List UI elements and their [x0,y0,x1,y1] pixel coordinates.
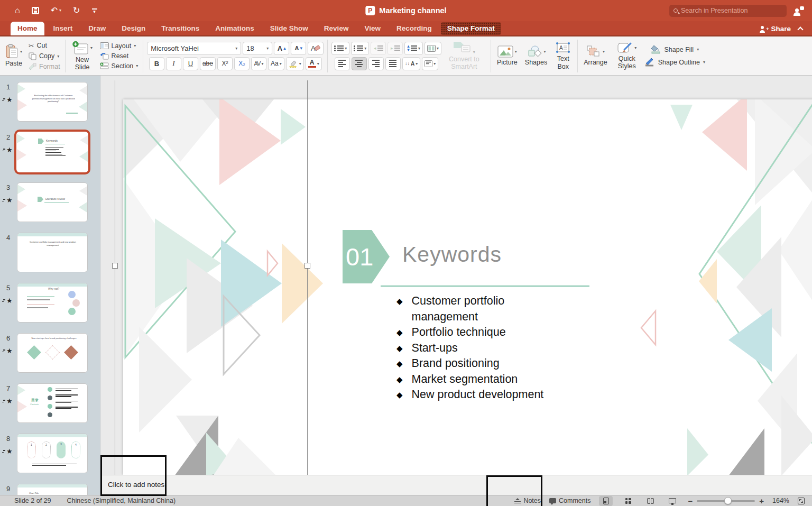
picture-button[interactable]: ▾ Picture [495,44,520,67]
tab-transitions[interactable]: Transitions [154,22,206,35]
slide-canvas[interactable]: 01 Keywords ◆Customer portfolio manageme… [123,99,812,475]
font-color-button[interactable]: A▾ [306,57,322,70]
slide-thumbnail[interactable]: 1 2 3 4 [17,434,88,473]
tab-design[interactable]: Design [115,22,152,35]
align-center-button[interactable] [352,57,367,70]
slide-thumbnail[interactable]: Why not? [17,283,88,323]
slide-thumbnail[interactable]: Customer portfolio management and new pr… [17,233,88,272]
align-right-button[interactable] [368,57,384,70]
paste-button[interactable]: ▾ Paste [3,43,24,68]
align-left-button[interactable] [335,57,350,70]
numbering-button[interactable]: ▾ [351,42,369,55]
zoom-slider[interactable] [697,500,755,502]
text-box-button[interactable]: A Text Box [552,40,574,71]
slide-thumbnail[interactable]: Chart Title [17,484,88,495]
bold-button[interactable]: B [149,57,164,70]
clear-formatting-button[interactable]: A [308,42,324,55]
bullet-item[interactable]: ◆Customer portfolio management [396,293,571,325]
shape-outline-button[interactable]: Shape Outline▾ [644,58,705,67]
selection-handle-left[interactable] [112,263,118,269]
change-case-button[interactable]: Aa▾ [268,57,284,70]
normal-view-button[interactable] [599,496,613,506]
layout-button[interactable]: Layout▾ [99,42,140,50]
text-direction-button[interactable]: ↓↓A▾ [402,57,420,70]
comments-toggle-button[interactable]: Comments [549,497,590,504]
notes-toggle-button[interactable]: Notes [514,497,541,504]
reading-view-button[interactable] [643,496,657,506]
presenter-coach-icon[interactable] [794,6,804,15]
bullet-item[interactable]: ◆Brand positioning [396,356,571,372]
zoom-in-button[interactable]: + [759,497,764,505]
new-slide-button[interactable]: ▾ New Slide [69,40,96,72]
language-indicator[interactable]: Chinese (Simplified, Mainland China) [67,497,176,504]
slide-title[interactable]: Keywords [402,242,502,267]
redo-button[interactable]: ↻ [73,6,80,15]
bullet-item[interactable]: ◆Portfolio technique [396,325,571,341]
tab-draw[interactable]: Draw [81,22,113,35]
arrange-button[interactable]: ▾ Arrange [582,44,609,67]
text-highlight-button[interactable]: ▾ [286,57,304,70]
caret-down-icon: ▾ [136,63,138,68]
share-button[interactable]: +Share [760,25,791,33]
selected-slide-thumbnail[interactable]: Keywords [14,130,90,174]
save-icon[interactable] [32,7,39,14]
tab-view[interactable]: View [357,22,387,35]
tab-recording[interactable]: Recording [390,22,439,35]
increase-font-size-button[interactable]: A▴ [274,42,289,55]
copy-button[interactable]: Copy▾ [27,52,61,61]
shapes-button[interactable]: ▾ Shapes [523,44,549,67]
line-spacing-button[interactable]: ▴▾▾ [404,42,423,55]
tab-slide-show[interactable]: Slide Show [263,22,315,35]
zoom-out-button[interactable]: − [688,497,693,505]
bullet-item[interactable]: ◆Market segmentation [396,372,571,388]
justify-button[interactable] [385,57,401,70]
tab-animations[interactable]: Animations [208,22,261,35]
font-name-select[interactable]: Microsoft YaHei▾ [147,42,241,55]
tab-home[interactable]: Home [11,22,44,35]
search-box[interactable] [669,5,787,17]
decrease-font-size-button[interactable]: A▾ [291,42,306,55]
reset-button[interactable]: Reset [99,52,140,60]
selection-handle-right[interactable] [304,263,310,269]
tab-shape-format[interactable]: Shape Format [441,22,501,35]
section-number-shape[interactable]: 01 [343,230,390,283]
zoom-level[interactable]: 164% [772,497,789,504]
notes-pane[interactable]: Click to add notes [100,475,812,495]
customize-quick-access-icon[interactable]: ▾ [92,8,97,13]
slide-thumbnail[interactable]: Literature review [17,182,88,222]
slide-thumbnail[interactable]: Evaluating the effectiveness of Customer… [17,82,88,122]
slide-thumbnail[interactable]: 目录 Contents [17,383,88,423]
bullet-item[interactable]: ◆Start-ups [396,341,571,356]
section-button[interactable]: Section▾ [99,62,140,70]
notes-placeholder[interactable]: Click to add notes [108,481,164,489]
underline-button[interactable]: U [183,57,198,70]
selection-right-edge[interactable] [307,80,308,475]
undo-button[interactable]: ↶▾ [51,6,61,15]
selection-left-edge[interactable] [115,80,115,475]
bullet-item[interactable]: ◆New product development [396,387,571,403]
subscript-button[interactable]: X₂ [234,57,250,70]
shape-fill-button[interactable]: Shape Fill▾ [651,45,699,54]
slide-show-button[interactable] [666,496,679,506]
zoom-slider-thumb[interactable] [724,497,732,504]
superscript-button[interactable]: X² [217,57,233,70]
font-size-select[interactable]: 18▾ [243,42,272,55]
slide-sorter-view-button[interactable] [621,496,635,506]
home-icon[interactable]: ⌂ [15,6,20,15]
slide-bullet-list[interactable]: ◆Customer portfolio management ◆Portfoli… [396,293,571,403]
increase-indent-button: ▸ [387,42,403,55]
fit-slide-to-window-icon[interactable] [798,498,805,504]
cut-button[interactable]: ✂Cut [27,41,61,50]
quick-styles-button[interactable]: ▾ Quick Styles [613,41,641,71]
search-input[interactable] [681,7,771,14]
align-text-button[interactable]: ▾ [422,57,438,70]
collapse-ribbon-icon[interactable] [797,26,803,32]
tab-insert[interactable]: Insert [47,22,80,35]
columns-button[interactable]: ▾ [425,42,441,55]
strikethrough-button[interactable]: abe [200,57,216,70]
character-spacing-button[interactable]: AV▾ [251,57,266,70]
italic-button[interactable]: I [166,57,181,70]
slide-thumbnail[interactable]: New start-ups face brand positioning cha… [17,333,88,373]
tab-review[interactable]: Review [317,22,356,35]
bullets-button[interactable]: ▾ [331,42,349,55]
